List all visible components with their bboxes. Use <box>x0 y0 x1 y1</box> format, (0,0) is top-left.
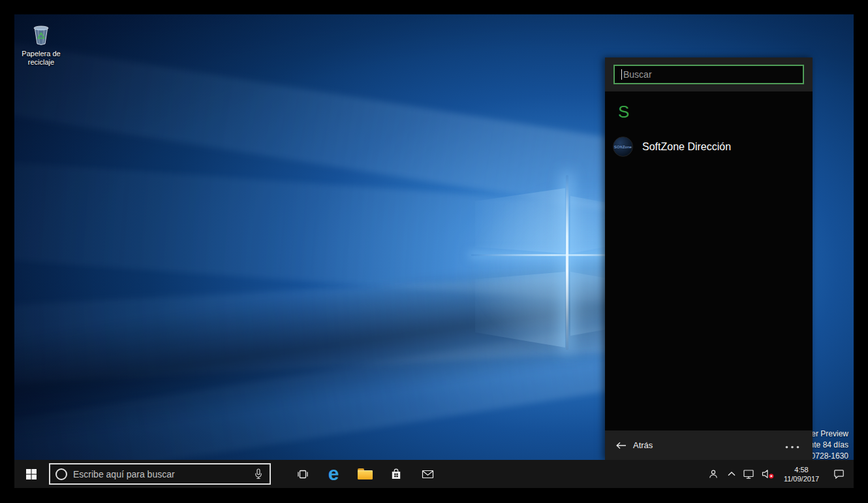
flyout-results-area: S SOftZone SoftZone Dirección <box>605 91 813 430</box>
recycle-bin-icon <box>29 24 53 48</box>
file-explorer-button[interactable] <box>349 460 380 488</box>
store-bag-icon <box>391 468 401 480</box>
search-flyout: S SOftZone SoftZone Dirección Atrás <box>605 57 813 460</box>
back-button[interactable]: Atrás <box>615 440 653 450</box>
system-tray: 4:58 11/09/2017 <box>704 460 854 488</box>
clock-time: 4:58 <box>794 465 808 474</box>
task-view-icon <box>297 470 309 479</box>
mail-envelope-icon <box>422 470 434 479</box>
taskbar: e <box>14 460 854 488</box>
people-button[interactable] <box>704 460 723 488</box>
watermark-line: 0728-1630 <box>810 451 848 460</box>
flyout-search-box[interactable] <box>613 65 804 84</box>
volume-muted-icon <box>762 469 774 479</box>
microphone-icon[interactable] <box>254 468 263 479</box>
start-button[interactable] <box>14 460 48 488</box>
show-hidden-icons-button[interactable] <box>723 460 740 488</box>
recycle-bin[interactable]: Papelera de reciclaje <box>18 24 64 67</box>
softzone-icon-text: SOftZone <box>614 145 632 149</box>
watermark-line: nte 84 días <box>810 440 848 451</box>
taskbar-search-box[interactable] <box>49 463 271 485</box>
text-caret <box>621 69 622 80</box>
taskbar-search-input[interactable] <box>73 469 250 479</box>
search-result-label: SoftZone Dirección <box>642 141 731 153</box>
flyout-bottom-bar: Atrás <box>605 430 813 460</box>
back-label: Atrás <box>633 440 653 450</box>
action-center-icon <box>833 469 845 479</box>
task-view-button[interactable] <box>288 460 318 488</box>
action-center-button[interactable] <box>825 460 852 488</box>
network-button[interactable] <box>740 460 757 488</box>
clock-date: 11/09/2017 <box>784 474 819 483</box>
flyout-header <box>605 57 813 91</box>
search-result-item[interactable]: SOftZone SoftZone Dirección <box>605 134 813 159</box>
edge-button[interactable]: e <box>318 460 349 488</box>
clock[interactable]: 4:58 11/09/2017 <box>778 460 825 488</box>
insider-watermark: er Preview nte 84 días 0728-1630 <box>810 429 848 460</box>
section-header: S <box>618 102 813 122</box>
more-options-button[interactable] <box>783 437 802 454</box>
store-button[interactable] <box>380 460 412 488</box>
folder-icon <box>358 468 373 479</box>
flyout-search-input[interactable] <box>615 66 803 83</box>
volume-button[interactable] <box>757 460 778 488</box>
network-icon <box>743 470 754 479</box>
screenshot-frame: Papelera de reciclaje er Preview nte 84 … <box>0 0 868 503</box>
watermark-line: er Preview <box>810 429 848 440</box>
edge-icon: e <box>328 464 339 483</box>
windows-logo-icon <box>26 469 37 479</box>
ellipsis-icon <box>785 446 799 449</box>
recycle-bin-label: Papelera de reciclaje <box>18 50 64 67</box>
softzone-app-icon: SOftZone <box>613 137 633 157</box>
chevron-up-icon <box>728 472 736 476</box>
mail-button[interactable] <box>412 460 443 488</box>
back-arrow-icon <box>615 442 627 449</box>
desktop: Papelera de reciclaje er Preview nte 84 … <box>14 14 854 460</box>
cortana-icon <box>55 468 67 480</box>
people-icon <box>708 469 719 479</box>
